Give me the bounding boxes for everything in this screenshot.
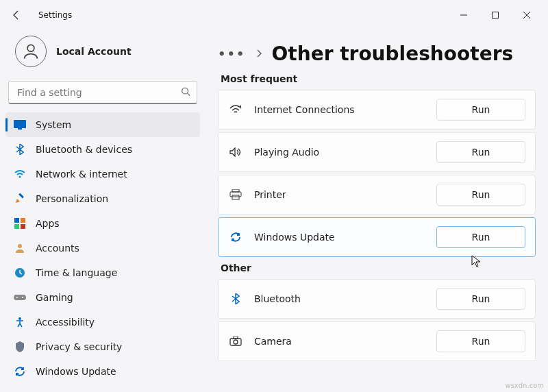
svg-point-13 bbox=[18, 244, 22, 248]
run-button[interactable]: Run bbox=[436, 226, 525, 248]
troubleshooter-card[interactable]: BluetoothRun bbox=[218, 279, 536, 319]
sidebar-item-update[interactable]: Windows Update bbox=[5, 359, 200, 384]
troubleshooter-card[interactable]: Windows UpdateRun bbox=[218, 217, 536, 257]
sidebar-item-label: Windows Update bbox=[36, 366, 116, 377]
run-button[interactable]: Run bbox=[436, 184, 525, 206]
apps-icon bbox=[14, 217, 26, 230]
sidebar-item-accounts[interactable]: Accounts bbox=[5, 236, 200, 260]
troubleshooter-label: Windows Update bbox=[254, 232, 335, 243]
sidebar-item-label: Personalization bbox=[36, 193, 108, 204]
run-button[interactable]: Run bbox=[436, 330, 525, 352]
gaming-icon bbox=[14, 291, 26, 304]
bluetooth-icon bbox=[228, 293, 243, 304]
troubleshooter-label: Playing Audio bbox=[254, 147, 319, 158]
close-button[interactable] bbox=[511, 4, 543, 26]
search-input[interactable] bbox=[8, 81, 197, 104]
troubleshooter-label: Printer bbox=[254, 189, 286, 200]
main-content: ••• Other troubleshooters Most frequentI… bbox=[206, 30, 548, 392]
svg-point-26 bbox=[234, 340, 238, 344]
privacy-icon bbox=[14, 341, 26, 353]
sidebar-item-label: Bluetooth & devices bbox=[36, 144, 132, 155]
svg-line-4 bbox=[188, 93, 190, 96]
titlebar: Settings bbox=[0, 0, 548, 30]
bluetooth-icon bbox=[14, 143, 26, 156]
sidebar-item-privacy[interactable]: Privacy & security bbox=[5, 334, 200, 359]
svg-rect-11 bbox=[14, 224, 19, 229]
svg-rect-22 bbox=[230, 192, 241, 197]
svg-point-3 bbox=[182, 88, 188, 94]
svg-point-17 bbox=[22, 297, 23, 298]
wifi-icon bbox=[228, 105, 243, 114]
run-button[interactable]: Run bbox=[436, 288, 525, 310]
troubleshooter-card[interactable]: CameraRun bbox=[218, 321, 536, 361]
time-icon bbox=[14, 267, 26, 279]
chevron-right-icon bbox=[256, 47, 262, 60]
sidebar-item-time[interactable]: Time & language bbox=[5, 260, 200, 285]
avatar bbox=[15, 36, 47, 67]
system-icon bbox=[14, 119, 26, 131]
sidebar-item-system[interactable]: System bbox=[5, 112, 200, 137]
sidebar-item-bluetooth[interactable]: Bluetooth & devices bbox=[5, 137, 200, 162]
svg-rect-9 bbox=[14, 218, 19, 223]
minimize-button[interactable] bbox=[448, 4, 480, 26]
close-icon bbox=[523, 12, 530, 19]
sidebar-item-label: Accessibility bbox=[36, 317, 95, 328]
maximize-button[interactable] bbox=[480, 4, 511, 26]
svg-rect-5 bbox=[14, 120, 26, 128]
search-icon bbox=[181, 86, 190, 99]
run-button[interactable]: Run bbox=[436, 99, 525, 121]
page-title: Other troubleshooters bbox=[272, 42, 514, 65]
breadcrumb-ellipsis[interactable]: ••• bbox=[218, 47, 246, 61]
sidebar-item-label: Apps bbox=[36, 218, 60, 229]
sidebar-item-label: System bbox=[36, 119, 71, 130]
person-icon bbox=[21, 42, 40, 61]
svg-point-7 bbox=[19, 176, 21, 178]
section-title: Other bbox=[221, 262, 536, 273]
update-icon bbox=[14, 365, 26, 378]
nav-list: SystemBluetooth & devicesNetwork & inter… bbox=[5, 112, 200, 384]
svg-rect-10 bbox=[21, 218, 25, 223]
svg-rect-8 bbox=[18, 193, 24, 198]
arrow-left-icon bbox=[11, 10, 22, 21]
svg-point-2 bbox=[27, 45, 34, 51]
section-title: Most frequent bbox=[221, 73, 536, 84]
svg-rect-6 bbox=[18, 128, 22, 130]
sidebar: Local Account SystemBluetooth & devicesN… bbox=[0, 30, 206, 392]
printer-icon bbox=[228, 189, 243, 200]
svg-rect-25 bbox=[234, 336, 238, 339]
troubleshooter-card[interactable]: Internet ConnectionsRun bbox=[218, 90, 536, 130]
sidebar-item-network[interactable]: Network & internet bbox=[5, 162, 200, 186]
sidebar-item-label: Network & internet bbox=[36, 169, 127, 180]
update-icon bbox=[228, 232, 243, 243]
back-button[interactable] bbox=[5, 4, 27, 26]
troubleshooter-card[interactable]: Playing AudioRun bbox=[218, 132, 536, 172]
window-controls bbox=[448, 4, 543, 26]
troubleshooter-label: Internet Connections bbox=[254, 104, 355, 115]
breadcrumb: ••• Other troubleshooters bbox=[218, 42, 536, 65]
sidebar-item-label: Privacy & security bbox=[36, 341, 122, 352]
sidebar-item-gaming[interactable]: Gaming bbox=[5, 285, 200, 310]
minimize-icon bbox=[460, 12, 467, 19]
svg-rect-21 bbox=[232, 189, 239, 192]
personalization-icon bbox=[14, 193, 26, 205]
search-wrap bbox=[8, 81, 197, 104]
sidebar-item-accessibility[interactable]: Accessibility bbox=[5, 310, 200, 334]
troubleshooter-label: Bluetooth bbox=[254, 293, 301, 304]
svg-rect-23 bbox=[232, 195, 239, 199]
sidebar-item-personalization[interactable]: Personalization bbox=[5, 186, 200, 211]
sidebar-item-label: Time & language bbox=[36, 267, 117, 278]
svg-point-16 bbox=[16, 297, 18, 298]
svg-rect-12 bbox=[21, 224, 25, 229]
watermark: wsxdn.com bbox=[505, 382, 544, 389]
troubleshooter-card[interactable]: PrinterRun bbox=[218, 175, 536, 215]
camera-icon bbox=[228, 336, 243, 346]
window-title: Settings bbox=[38, 10, 72, 20]
account-block[interactable]: Local Account bbox=[5, 30, 200, 81]
run-button[interactable]: Run bbox=[436, 141, 525, 163]
audio-icon bbox=[228, 147, 243, 157]
sidebar-item-apps[interactable]: Apps bbox=[5, 211, 200, 236]
svg-point-18 bbox=[18, 317, 21, 320]
svg-rect-15 bbox=[14, 295, 26, 300]
accessibility-icon bbox=[14, 316, 26, 328]
sidebar-item-label: Accounts bbox=[36, 243, 79, 254]
